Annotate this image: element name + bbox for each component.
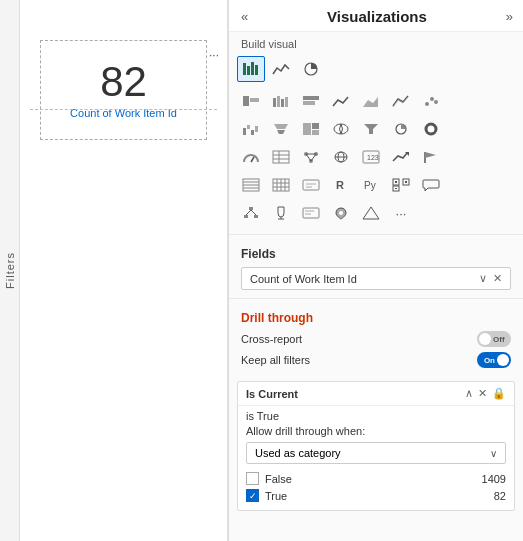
cross-report-toggle[interactable] [477, 331, 511, 347]
svg-marker-27 [364, 124, 378, 134]
svg-rect-70 [395, 188, 397, 189]
pie-viz-icon[interactable] [297, 56, 325, 82]
category-dropdown[interactable]: Used as category ∨ [246, 442, 506, 464]
svg-marker-21 [274, 124, 288, 129]
field-chip: Count of Work Item Id ∨ ✕ [241, 267, 511, 290]
field-chip-actions: ∨ ✕ [479, 272, 502, 285]
R-icon[interactable]: R [327, 172, 355, 198]
filter-row-true: True 82 [246, 487, 506, 504]
more-viz-icon[interactable]: ··· [387, 200, 415, 226]
grouped-bar-icon[interactable] [267, 88, 295, 114]
svg-point-26 [334, 124, 348, 134]
svg-rect-17 [243, 128, 246, 135]
filter-checkbox-false[interactable] [246, 472, 259, 485]
table-icon[interactable] [237, 172, 265, 198]
pie-chart2-icon[interactable] [387, 116, 415, 142]
waterfall-icon[interactable] [237, 116, 265, 142]
svg-rect-6 [250, 98, 259, 102]
line-viz-icon[interactable] [267, 56, 295, 82]
map-icon2[interactable] [327, 116, 355, 142]
viz-main-row [237, 56, 515, 82]
card-number: 82 [61, 61, 186, 103]
shape-icon[interactable] [357, 200, 385, 226]
field-chip-label: Count of Work Item Id [250, 273, 357, 285]
svg-rect-1 [247, 66, 250, 75]
svg-rect-2 [251, 62, 254, 75]
Py-icon[interactable]: Py [357, 172, 385, 198]
drill-through-section: Drill through Cross-report Keep all filt… [229, 303, 523, 381]
filters-sidebar: Filters [0, 0, 20, 541]
svg-rect-5 [243, 96, 249, 106]
field-remove-icon[interactable]: ✕ [493, 272, 502, 285]
svg-rect-68 [395, 181, 397, 183]
filter-viz-icon[interactable] [357, 116, 385, 142]
line-chart-icon[interactable] [327, 88, 355, 114]
svg-rect-23 [303, 123, 311, 135]
trophy-icon[interactable] [267, 200, 295, 226]
svg-rect-8 [277, 96, 280, 107]
filter-checkbox-true[interactable] [246, 489, 259, 502]
stacked-bar-icon[interactable] [237, 88, 265, 114]
svg-rect-24 [312, 123, 319, 129]
keep-filters-row: Keep all filters [241, 352, 511, 368]
filter-value-false: False [265, 473, 482, 485]
remove-icon[interactable]: ✕ [478, 387, 487, 400]
keep-filters-label: Keep all filters [241, 354, 310, 366]
svg-rect-71 [249, 207, 253, 210]
card2-icon[interactable] [297, 172, 325, 198]
ribbon-chart-icon[interactable] [387, 88, 415, 114]
filter-row-false: False 1409 [246, 470, 506, 487]
smart-narrative-icon[interactable] [297, 200, 325, 226]
more-options-icon[interactable]: ··· [209, 48, 219, 62]
svg-marker-22 [277, 130, 285, 134]
svg-rect-72 [244, 215, 248, 218]
filter-count-true: 82 [494, 490, 506, 502]
fields-section: Fields Count of Work Item Id ∨ ✕ [229, 239, 523, 294]
network-icon[interactable] [297, 144, 325, 170]
qr-icon[interactable] [387, 172, 415, 198]
svg-point-81 [339, 211, 343, 215]
nav-left[interactable]: « [241, 9, 248, 24]
field-expand-icon[interactable]: ∨ [479, 272, 487, 285]
svg-text:R: R [336, 179, 344, 191]
svg-point-16 [434, 100, 438, 104]
filter-count-false: 1409 [482, 473, 506, 485]
donut-icon[interactable] [417, 116, 445, 142]
kpi-icon[interactable] [387, 144, 415, 170]
flag-viz-icon[interactable] [417, 144, 445, 170]
svg-rect-20 [255, 126, 258, 132]
funnel-icon[interactable] [267, 116, 295, 142]
expand-icon[interactable]: ∧ [465, 387, 473, 400]
lock-icon[interactable]: 🔒 [492, 387, 506, 400]
globe-icon[interactable] [327, 144, 355, 170]
svg-rect-11 [303, 96, 319, 100]
keep-filters-knob [497, 354, 509, 366]
svg-point-14 [425, 102, 429, 106]
chat-icon[interactable] [417, 172, 445, 198]
decomp-icon[interactable] [237, 200, 265, 226]
svg-rect-69 [405, 181, 407, 183]
panel-title: Visualizations [327, 8, 427, 25]
map2-icon[interactable] [327, 200, 355, 226]
svg-rect-73 [254, 215, 258, 218]
svg-point-30 [429, 127, 433, 131]
svg-point-15 [430, 97, 434, 101]
svg-text:123: 123 [367, 154, 379, 161]
filters-label: Filters [4, 252, 16, 289]
nav-right[interactable]: » [506, 9, 513, 24]
keep-filters-toggle[interactable] [477, 352, 511, 368]
number-card-icon[interactable]: 123 [357, 144, 385, 170]
bar-table-icon[interactable] [237, 56, 265, 82]
dropdown-chevron-icon: ∨ [490, 448, 497, 459]
scatter-icon[interactable] [417, 88, 445, 114]
ellipsis-icon: ··· [396, 206, 407, 221]
svg-rect-12 [303, 101, 315, 105]
matrix-icon[interactable] [267, 172, 295, 198]
area-chart-icon[interactable] [357, 88, 385, 114]
treemap-icon[interactable] [297, 116, 325, 142]
gauge-icon[interactable] [237, 144, 265, 170]
100pct-bar-icon[interactable] [297, 88, 325, 114]
svg-text:Py: Py [364, 180, 376, 191]
right-panel: « Visualizations » Build visual [228, 0, 523, 541]
table3-icon[interactable] [267, 144, 295, 170]
